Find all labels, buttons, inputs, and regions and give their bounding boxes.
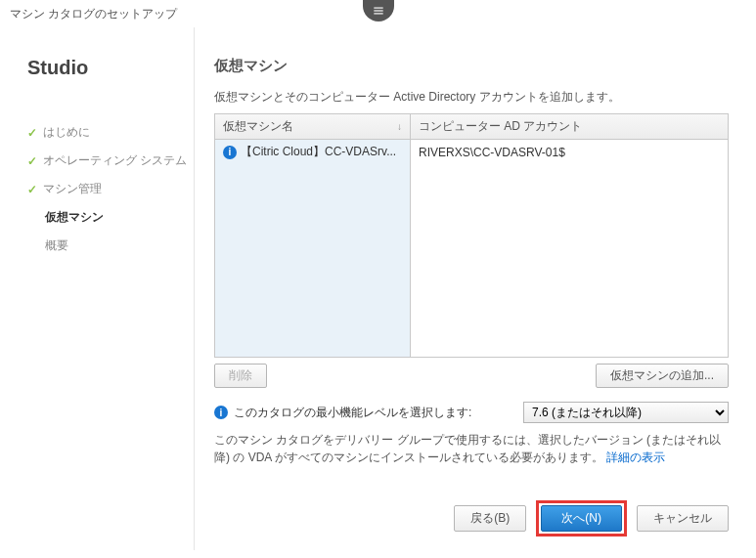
add-vm-button[interactable]: 仮想マシンの追加... [596, 364, 729, 388]
note-text: このマシン カタログをデリバリー グループで使用するには、選択したバージョン (… [214, 431, 729, 466]
next-button[interactable]: 次へ(N) [541, 505, 622, 532]
page-description: 仮想マシンとそのコンピューター Active Directory アカウントを追… [214, 89, 729, 106]
col-header-adaccount[interactable]: コンピューター AD アカウント [411, 114, 590, 139]
level-label: このカタログの最小機能レベルを選択します: [234, 405, 517, 421]
nav-label: オペレーティング システム [43, 152, 187, 169]
info-icon: i [223, 146, 237, 159]
nav-item-os[interactable]: オペレーティング システム [27, 147, 194, 175]
col-header-vmname[interactable]: 仮想マシン名 ↓ [215, 114, 411, 139]
nav-item-summary[interactable]: 概要 [27, 232, 194, 260]
cell-text: RIVERXS\CC-VDASRV-01$ [419, 146, 565, 159]
level-select[interactable]: 7.6 (またはそれ以降) [523, 402, 729, 423]
info-icon: i [214, 406, 228, 419]
nav-label: 仮想マシン [45, 209, 104, 226]
delete-button[interactable]: 削除 [214, 364, 267, 388]
cell-adaccount: RIVERXS\CC-VDASRV-01$ [411, 140, 573, 164]
nav-item-vm[interactable]: 仮想マシン [27, 203, 194, 232]
sort-arrow-icon: ↓ [397, 121, 402, 132]
footer-buttons: 戻る(B) 次へ(N) キャンセル [454, 500, 729, 537]
back-button[interactable]: 戻る(B) [454, 505, 526, 532]
studio-title: Studio [27, 57, 194, 79]
nav-item-intro[interactable]: はじめに [27, 118, 194, 147]
nav-label: はじめに [43, 124, 90, 141]
cell-vmname: i 【Citric Cloud】CC-VDASrv... [215, 140, 411, 164]
table-body: i 【Citric Cloud】CC-VDASrv... RIVERXS\CC-… [215, 140, 728, 357]
cancel-button[interactable]: キャンセル [637, 505, 729, 532]
nav-label: マシン管理 [43, 181, 102, 197]
sidebar: Studio はじめに オペレーティング システム マシン管理 仮想マシン 概要 [8, 27, 194, 550]
details-link[interactable]: 詳細の表示 [606, 451, 665, 464]
window-title-text: マシン カタログのセットアップ [10, 6, 177, 22]
col-header-label: コンピューター AD アカウント [419, 118, 582, 135]
table-header: 仮想マシン名 ↓ コンピューター AD アカウント [215, 114, 728, 140]
vm-table: 仮想マシン名 ↓ コンピューター AD アカウント i 【Citric Clou… [214, 113, 729, 358]
page-heading: 仮想マシン [214, 57, 729, 75]
table-row[interactable]: i 【Citric Cloud】CC-VDASrv... RIVERXS\CC-… [215, 140, 728, 164]
nav-label: 概要 [45, 237, 68, 254]
content-pane: 仮想マシン 仮想マシンとそのコンピューター Active Directory ア… [194, 27, 748, 550]
cell-text: 【Citric Cloud】CC-VDASrv... [241, 144, 396, 160]
col-header-label: 仮想マシン名 [223, 118, 293, 135]
next-highlight: 次へ(N) [536, 500, 627, 537]
nav-item-machine-mgmt[interactable]: マシン管理 [27, 175, 194, 203]
